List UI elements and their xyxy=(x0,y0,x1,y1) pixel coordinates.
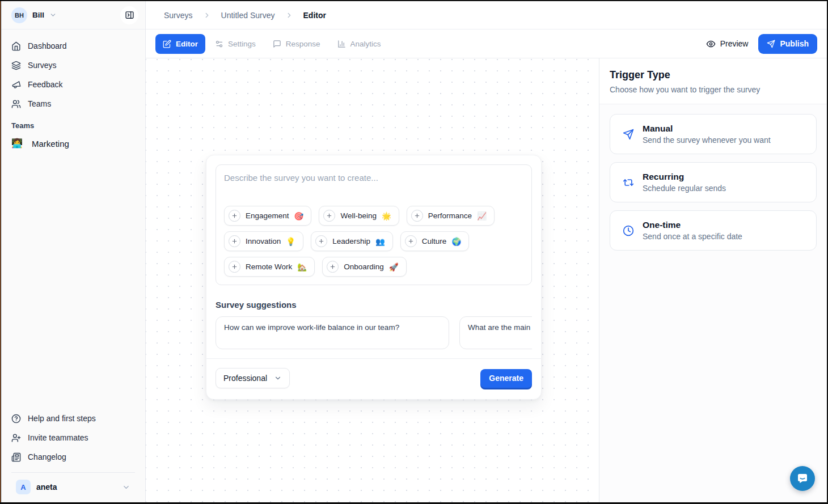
chip-emoji: 💡 xyxy=(286,237,295,246)
chevron-right-icon xyxy=(203,11,211,19)
workspace-name: Bill xyxy=(32,11,44,19)
sidebar-footer: Help and first steps Invite teammates Ch… xyxy=(1,404,145,502)
compose-box: Engagement 🎯 Well-being 🌟 Performance xyxy=(216,164,532,285)
team-label: Marketing xyxy=(32,139,69,149)
chip-engagement[interactable]: Engagement 🎯 xyxy=(224,206,311,226)
topic-chips: Engagement 🎯 Well-being 🌟 Performance xyxy=(224,206,523,277)
plus-icon xyxy=(229,261,240,273)
message-square-icon xyxy=(273,40,281,48)
user-name: aneta xyxy=(36,482,57,492)
option-description: Schedule regular sends xyxy=(643,184,726,193)
tab-label: Response xyxy=(286,40,320,48)
sidebar-item-label: Feedback xyxy=(28,80,62,89)
chip-culture[interactable]: Culture 🌍 xyxy=(400,231,469,251)
chip-leadership[interactable]: Leadership 👥 xyxy=(311,231,393,251)
plus-icon xyxy=(315,235,327,247)
chevron-right-icon xyxy=(285,11,293,19)
trigger-option-manual[interactable]: Manual Send the survey whenever you want xyxy=(610,114,817,154)
sidebar-item-surveys[interactable]: Surveys xyxy=(6,56,141,75)
repeat-icon xyxy=(623,177,634,188)
tab-analytics[interactable]: Analytics xyxy=(330,34,388,54)
chip-remote-work[interactable]: Remote Work 🏡 xyxy=(224,257,315,277)
sidebar-item-help[interactable]: Help and first steps xyxy=(6,409,141,428)
chip-well-being[interactable]: Well-being 🌟 xyxy=(319,206,399,226)
help-circle-icon xyxy=(11,414,21,423)
panel-right-icon xyxy=(125,10,134,20)
survey-description-input[interactable] xyxy=(224,173,523,206)
chip-innovation[interactable]: Innovation 💡 xyxy=(224,231,303,251)
suggestion-card[interactable]: What are the main ob xyxy=(459,316,532,349)
sidebar-item-dashboard[interactable]: Dashboard xyxy=(6,36,141,56)
home-icon xyxy=(11,41,21,51)
chip-performance[interactable]: Performance 📈 xyxy=(407,206,495,226)
tone-select[interactable]: Professional xyxy=(216,368,290,388)
sidebar-toggle-button[interactable] xyxy=(120,6,138,24)
chip-emoji: 🌟 xyxy=(382,211,391,221)
tab-editor[interactable]: Editor xyxy=(155,34,205,54)
panel-header: Trigger Type Choose how you want to trig… xyxy=(599,58,827,104)
option-title: One-time xyxy=(643,220,742,230)
option-title: Manual xyxy=(643,124,771,134)
sidebar-item-label: Changelog xyxy=(28,452,66,461)
trigger-options: Manual Send the survey whenever you want… xyxy=(599,104,827,260)
preview-label: Preview xyxy=(720,39,749,48)
sidebar-item-label: Surveys xyxy=(28,61,57,70)
sidebar-item-changelog[interactable]: Changelog xyxy=(6,447,141,467)
preview-button[interactable]: Preview xyxy=(706,39,749,49)
users-icon xyxy=(11,99,21,109)
chevron-down-icon xyxy=(122,483,130,492)
plus-icon xyxy=(411,210,423,222)
tab-settings[interactable]: Settings xyxy=(208,34,263,54)
panel-title: Trigger Type xyxy=(610,69,817,81)
sidebar-item-marketing[interactable]: 👩‍💻 Marketing xyxy=(1,133,145,154)
publish-button[interactable]: Publish xyxy=(758,34,817,54)
sidebar-item-teams[interactable]: Teams xyxy=(6,94,141,113)
tab-label: Editor xyxy=(176,40,198,48)
breadcrumb-item-surveys[interactable]: Surveys xyxy=(164,11,193,20)
chip-label: Engagement xyxy=(246,211,289,220)
teams-section-label: Teams xyxy=(1,113,145,133)
bar-chart-icon xyxy=(337,40,346,48)
layers-icon xyxy=(11,61,21,70)
chip-emoji: 📈 xyxy=(477,211,487,221)
tone-value: Professional xyxy=(223,374,267,383)
suggestion-card[interactable]: How can we improve work-life balance in … xyxy=(216,316,449,349)
chip-label: Onboarding xyxy=(344,262,384,271)
user-menu[interactable]: A aneta xyxy=(6,473,141,502)
megaphone-icon xyxy=(10,79,22,91)
breadcrumb-item-untitled-survey[interactable]: Untitled Survey xyxy=(221,11,275,20)
tab-response[interactable]: Response xyxy=(265,34,328,54)
trigger-option-one-time[interactable]: One-time Send once at a specific date xyxy=(610,210,817,251)
sidebar-item-feedback[interactable]: Feedback xyxy=(6,75,141,94)
editor-canvas[interactable]: Engagement 🎯 Well-being 🌟 Performance xyxy=(146,58,599,502)
workspace-switcher[interactable]: BH Bill xyxy=(11,7,57,23)
option-title: Recurring xyxy=(643,172,726,182)
sidebar-item-label: Invite teammates xyxy=(28,433,88,442)
breadcrumb-bar: Surveys Untitled Survey Editor xyxy=(146,1,827,29)
sidebar-item-invite[interactable]: Invite teammates xyxy=(6,428,141,447)
tab-label: Settings xyxy=(228,40,256,48)
trigger-option-recurring[interactable]: Recurring Schedule regular sends xyxy=(610,162,817,202)
chat-bubble-icon xyxy=(796,472,809,485)
chip-emoji: 🚀 xyxy=(389,262,399,272)
chip-emoji: 🏡 xyxy=(297,262,307,272)
chip-onboarding[interactable]: Onboarding 🚀 xyxy=(322,257,406,277)
chip-emoji: 🎯 xyxy=(294,211,304,221)
sidebar-item-label: Teams xyxy=(28,99,51,108)
chat-launcher-button[interactable] xyxy=(790,466,815,491)
clock-icon xyxy=(623,225,634,236)
trigger-type-panel: Trigger Type Choose how you want to trig… xyxy=(599,58,827,502)
tab-label: Analytics xyxy=(350,40,381,48)
suggestions-row: How can we improve work-life balance in … xyxy=(216,316,532,349)
user-plus-icon xyxy=(11,433,21,443)
send-icon xyxy=(767,40,775,48)
plus-icon xyxy=(405,235,417,247)
generate-button[interactable]: Generate xyxy=(480,369,532,388)
newspaper-icon xyxy=(11,452,21,462)
chevron-down-icon xyxy=(49,11,57,19)
chip-emoji: 🌍 xyxy=(451,237,461,246)
chip-label: Well-being xyxy=(340,211,377,220)
survey-prompt-card: Engagement 🎯 Well-being 🌟 Performance xyxy=(206,155,542,400)
user-avatar: A xyxy=(16,480,31,494)
option-description: Send the survey whenever you want xyxy=(643,135,771,145)
